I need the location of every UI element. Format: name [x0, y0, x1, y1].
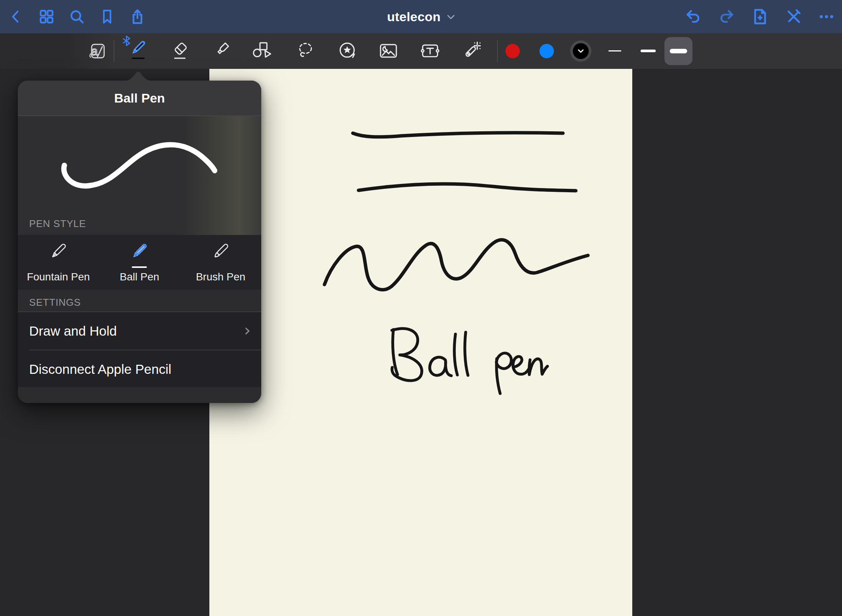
bluetooth-icon	[122, 36, 131, 46]
pen-tool[interactable]	[126, 33, 150, 69]
chevron-right-icon: ›	[244, 320, 251, 340]
text-tool[interactable]	[419, 33, 441, 69]
disconnect-apple-pencil-label: Disconnect Apple Pencil	[29, 362, 172, 377]
toolbar-separator	[497, 40, 498, 62]
back-button[interactable]	[8, 8, 25, 25]
top-navbar: utelecon	[0, 0, 842, 33]
settings-rows: Draw and Hold › Disconnect Apple Pencil	[18, 311, 261, 387]
popover-footer	[18, 387, 261, 403]
ball-pen-label: Ball Pen	[120, 271, 159, 283]
stroke-line-1	[353, 133, 563, 137]
color-swatch-black-selected[interactable]	[570, 40, 591, 62]
settings-section-label: SETTINGS	[29, 297, 81, 308]
popover-header: Ball Pen	[18, 81, 261, 116]
pen-style-brush[interactable]: Brush Pen	[180, 235, 261, 289]
color-swatch-blue[interactable]	[540, 44, 554, 58]
bookmark-button[interactable]	[98, 8, 116, 25]
pen-settings-popover: Ball Pen PEN STYLE Foun	[18, 81, 261, 403]
elements-tool[interactable]	[337, 33, 358, 69]
svg-text:a: a	[91, 45, 98, 58]
popover-arrow	[123, 71, 153, 81]
stroke-wave	[324, 240, 588, 290]
eraser-tool[interactable]	[170, 33, 192, 69]
shapes-tool[interactable]	[251, 33, 274, 69]
highlighter-tool[interactable]	[212, 33, 233, 69]
tools-toolbar: a	[0, 33, 842, 69]
swatch-chevron-down-icon	[577, 48, 585, 54]
stylus-toggle-button[interactable]	[784, 8, 802, 25]
thickness-thin-option[interactable]	[608, 50, 621, 51]
thumbnails-grid-button[interactable]	[38, 8, 55, 25]
toolbar-separator	[114, 40, 114, 62]
stroke-preview-wave	[18, 116, 261, 235]
undo-button[interactable]	[685, 8, 702, 25]
lasso-tool[interactable]	[295, 33, 316, 69]
pen-style-row: Fountain Pen Ball Pen	[18, 235, 261, 289]
thickness-thick-bar	[670, 49, 687, 53]
popover-title: Ball Pen	[114, 91, 165, 106]
note-page[interactable]	[209, 69, 632, 616]
thickness-medium-option[interactable]	[641, 50, 656, 52]
thickness-thick-option-selected[interactable]	[664, 37, 692, 65]
document-title[interactable]: utelecon	[387, 9, 440, 24]
image-tool[interactable]	[378, 33, 399, 69]
brush-pen-icon	[209, 241, 233, 269]
settings-section-header: SETTINGS	[18, 289, 261, 311]
fountain-pen-icon	[46, 241, 70, 269]
color-swatch-red[interactable]	[505, 44, 520, 58]
navbar-left-group	[8, 0, 146, 33]
share-button[interactable]	[129, 8, 146, 25]
stroke-preview-area: PEN STYLE	[18, 116, 261, 235]
goodnotes-app: utelecon	[0, 0, 842, 616]
search-button[interactable]	[68, 8, 86, 25]
title-chevron-down-icon[interactable]	[447, 14, 455, 22]
handwriting-ball-pen	[392, 328, 547, 394]
more-menu-button[interactable]	[818, 8, 835, 25]
add-page-button[interactable]	[751, 8, 769, 25]
ink-strokes	[209, 69, 632, 616]
navbar-right-group	[685, 0, 835, 33]
pen-style-fountain[interactable]: Fountain Pen	[18, 235, 99, 289]
draw-and-hold-row[interactable]: Draw and Hold ›	[18, 312, 261, 350]
pen-current-color-underline	[132, 58, 145, 59]
disconnect-apple-pencil-row[interactable]: Disconnect Apple Pencil	[29, 350, 261, 388]
black-swatch-inner	[573, 43, 589, 59]
stroke-line-2	[359, 184, 576, 191]
redo-button[interactable]	[718, 8, 735, 25]
ball-pen-icon	[127, 241, 151, 269]
edit-mode-tool[interactable]: a	[86, 33, 107, 69]
pen-style-ball-selected[interactable]: Ball Pen	[99, 235, 180, 289]
ball-pen-selected-underline	[132, 266, 147, 268]
fountain-pen-label: Fountain Pen	[27, 271, 90, 283]
pen-style-section-label: PEN STYLE	[29, 218, 86, 230]
laser-pointer-tool[interactable]	[462, 33, 483, 69]
draw-and-hold-label: Draw and Hold	[29, 324, 117, 339]
brush-pen-label: Brush Pen	[196, 271, 245, 283]
